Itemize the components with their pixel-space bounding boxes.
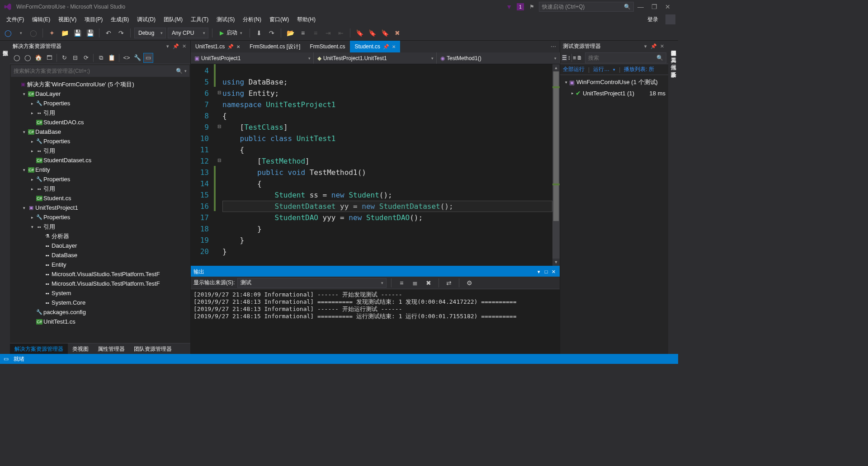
back-icon[interactable]: ◯ [12,53,22,63]
home-icon[interactable]: 🏠 [33,53,43,63]
undo-button[interactable]: ↶ [103,28,114,38]
show-all-icon[interactable]: ⟳ [81,53,91,63]
ref-DaoLayer[interactable]: ▪▪DaoLayer [10,241,190,250]
notification-badge[interactable]: 1 [517,3,524,10]
filter-icon[interactable]: ⫶ [568,55,571,61]
panel-dropdown-icon[interactable]: ▾ [642,43,649,49]
item-Properties[interactable]: ▸🔧Properties [10,99,190,108]
ref-Microsoft.VisualStudio.TestPlatform.TestF[interactable]: ▪▪Microsoft.VisualStudio.TestPlatform.Te… [10,279,190,288]
close-icon[interactable]: ✕ [236,44,240,49]
group-by-icon[interactable]: ☰ [562,55,567,61]
tab-frmstudent[interactable]: FrmStudent.cs [305,41,350,52]
output-prev-icon[interactable]: ≡ [396,278,407,288]
properties-icon[interactable]: 🔧 [132,53,142,63]
preview-icon[interactable]: ▭ [143,53,153,63]
platform-combo[interactable]: Any CPU [168,28,208,38]
menu-team[interactable]: 团队(M) [160,14,186,25]
vertical-scrollbar[interactable]: ▲ ▼ [552,64,560,266]
menu-test[interactable]: 测试(S) [213,14,238,25]
pin-icon[interactable]: 📌 [383,44,389,50]
scroll-up-icon[interactable]: ▲ [552,64,560,71]
menu-file[interactable]: 文件(F) [3,14,28,25]
sign-in-link[interactable]: 登录 [644,14,662,25]
test-tree-root[interactable]: ▾▣WinFormControlUse (1 个测试) [560,77,668,88]
item-UnitTest1.cs[interactable]: C#UnitTest1.cs [10,317,190,326]
output-maximize-icon[interactable]: □ [542,269,550,274]
menu-window[interactable]: 窗口(W) [266,14,292,25]
solution-tree[interactable]: ▣解决方案'WinFormControlUse' (5 个项目)▾C#DaoLa… [10,78,190,343]
output-wrap-icon[interactable]: ⇄ [443,278,454,288]
bookmark-clear-button[interactable]: ✖ [392,28,403,38]
project-DaoLayer[interactable]: ▾C#DaoLayer [10,89,190,99]
paste-icon[interactable]: 📋 [107,53,117,63]
menu-view[interactable]: 视图(V) [55,14,80,25]
ref-DataBase[interactable]: ▪▪DataBase [10,250,190,260]
item-引用[interactable]: ▸▪▪引用 [10,184,190,193]
run-all-link[interactable]: 全部运行 [563,66,585,73]
indent-button[interactable]: ⇥ [323,28,334,38]
output-clear-icon[interactable]: ✖ [423,278,434,288]
panel-dropdown-icon[interactable]: ▾ [164,43,171,49]
project-DataBase[interactable]: ▾C#DataBase [10,127,190,137]
menu-project[interactable]: 项目(P) [81,14,106,25]
avatar-icon[interactable] [665,14,675,24]
item-StudentDataset.cs[interactable]: C#StudentDataset.cs [10,155,190,165]
test-search[interactable]: 🔍 [585,52,666,63]
output-next-icon[interactable]: ≣ [410,278,420,288]
menu-help[interactable]: 帮助(H) [293,14,319,25]
fold-bar[interactable]: ⊟⊟⊟ [216,64,222,266]
nav-forward-button[interactable]: ◯ [28,28,39,38]
tab-frmstudent-design[interactable]: FrmStudent.cs [设计] [245,41,305,52]
solution-root[interactable]: ▣解决方案'WinFormControlUse' (5 个项目) [10,80,190,89]
nav-back-drop[interactable]: ▾ [15,28,26,38]
server-explorer-tab[interactable]: 服务器资源管理器 [669,42,678,50]
output-source-combo[interactable]: 测试 [237,278,387,288]
test-search-input[interactable] [588,55,656,61]
item-Student.cs[interactable]: C#Student.cs [10,193,190,203]
properties-tab[interactable]: 属性 [669,57,678,64]
output-body[interactable]: [2019/9/27 21:48:09 Informational] -----… [191,289,560,354]
item-引用[interactable]: ▾▪▪引用 [10,222,190,231]
config-combo[interactable]: Debug [134,28,166,38]
step-over-button[interactable]: ↷ [266,28,277,38]
solution-search[interactable]: 🔍▾ [11,65,189,77]
tab-class-view[interactable]: 类视图 [68,344,93,354]
ref-Microsoft.VisualStudio.TestPlatform.TestF[interactable]: ▪▪Microsoft.VisualStudio.TestPlatform.Te… [10,269,190,279]
tab-unittest1[interactable]: UnitTest1.cs📌✕ [191,41,245,52]
menu-tools[interactable]: 工具(T) [187,14,212,25]
sync-icon[interactable]: 🗔 [44,53,54,63]
pin-icon[interactable]: 📌 [227,44,234,50]
save-button[interactable]: 💾 [72,28,83,38]
output-dropdown-icon[interactable]: ▾ [535,269,542,275]
step-button[interactable]: ⬇ [254,28,264,38]
nav-class[interactable]: ◆UnitTestProject1.UnitTest1 [314,52,437,64]
panel-pin-icon[interactable]: 📌 [650,43,657,49]
project-Entity[interactable]: ▾C#Entity [10,165,190,174]
solution-search-input[interactable] [14,68,176,74]
tab-student[interactable]: Student.cs📌✕ [350,41,401,52]
nav-method[interactable]: ◉TestMethod1() [437,52,560,64]
panel-close-icon[interactable]: ✕ [658,43,665,49]
tab-solution-explorer[interactable]: 解决方案资源管理器 [10,344,68,354]
menu-build[interactable]: 生成(B) [107,14,132,25]
diagnostics-tab[interactable]: 诊断工具 [669,64,678,71]
output-close-icon[interactable]: ✕ [550,269,557,275]
tab-property-manager[interactable]: 属性管理器 [93,344,129,354]
refresh-icon[interactable]: ↻ [59,53,69,63]
code-icon[interactable]: <> [122,53,132,63]
item-Properties[interactable]: ▸🔧Properties [10,212,190,222]
project-UnitTestProject1[interactable]: ▾▣UnitTestProject1 [10,203,190,212]
uncomment-button[interactable]: ≡ [310,28,321,38]
menu-debug[interactable]: 调试(D) [133,14,159,25]
nav-back-button[interactable]: ◯ [3,28,14,38]
playlist-link[interactable]: 播放列表: 所 [624,66,654,73]
open-file-button[interactable]: 📁 [59,28,70,38]
item-packages.config[interactable]: 🔧packages.config [10,307,190,317]
item-引用[interactable]: ▸▪▪引用 [10,108,190,118]
feedback-icon[interactable]: ⚑ [529,4,534,10]
forward-icon[interactable]: ◯ [23,53,33,63]
minimize-button[interactable]: — [634,3,647,10]
playlist-icon[interactable]: ≡ [573,55,576,61]
quick-launch[interactable]: 快速启动 (Ctrl+Q) 🔍 [539,2,634,12]
find-button[interactable]: 📂 [285,28,296,38]
